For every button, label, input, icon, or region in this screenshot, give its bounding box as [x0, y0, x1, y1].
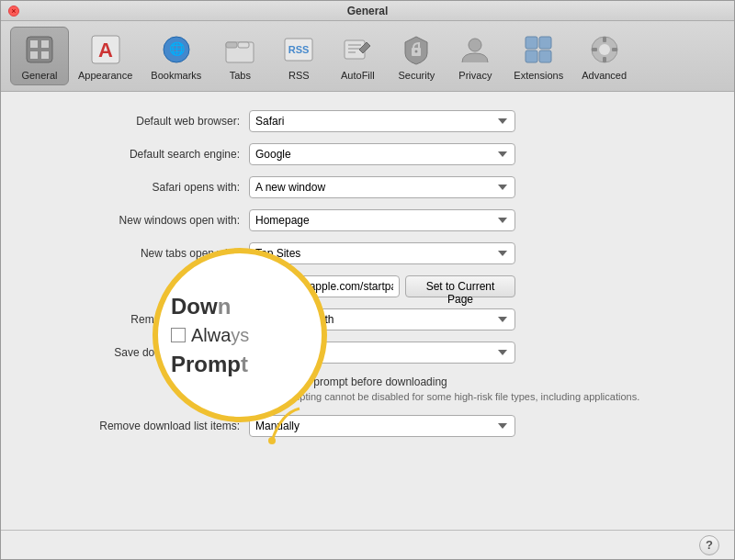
content-area: Default web browser: Safari Default sear…	[1, 92, 734, 530]
new-tabs-select[interactable]: Top Sites	[249, 242, 515, 264]
appearance-label: Appearance	[78, 70, 132, 81]
remove-downloads-select[interactable]: Manually	[249, 415, 515, 437]
homepage-control: http://www.apple.com/startpage/ Set to C…	[249, 275, 515, 297]
new-tabs-label: New tabs open with:	[38, 247, 249, 260]
safari-opens-label: Safari opens with:	[38, 181, 249, 194]
title-bar: × General	[1, 1, 734, 21]
svg-rect-24	[539, 50, 551, 62]
toolbar-item-security[interactable]: Security	[387, 28, 446, 84]
toolbar-item-privacy[interactable]: Privacy	[446, 28, 504, 84]
svg-rect-27	[603, 37, 606, 42]
default-browser-select[interactable]: Safari	[249, 110, 515, 132]
toolbar-item-autofill[interactable]: AutoFill	[328, 28, 387, 84]
toolbar-item-bookmarks[interactable]: 🌐 Bookmarks	[141, 28, 210, 84]
svg-rect-29	[592, 48, 597, 51]
svg-rect-22	[539, 37, 551, 49]
save-downloads-select[interactable]: Downloads	[249, 342, 515, 364]
homepage-label: Homepage:	[38, 280, 249, 293]
toolbar-item-advanced[interactable]: Advanced	[572, 28, 636, 84]
svg-rect-2	[41, 40, 49, 48]
remove-history-row: Remove history items: After one month	[38, 308, 697, 330]
security-label: Security	[398, 70, 435, 81]
save-downloads-row: Save downloaded files to: Downloads	[38, 342, 697, 364]
new-windows-row: New windows open with: Homepage	[38, 209, 697, 231]
svg-rect-30	[612, 48, 617, 51]
rss-icon: RSS	[280, 31, 317, 68]
svg-rect-3	[30, 51, 38, 59]
toolbar: General A Appearance 🌐 Bookmarks	[1, 21, 734, 92]
privacy-label: Privacy	[458, 70, 492, 81]
advanced-label: Advanced	[582, 70, 627, 81]
tabs-icon	[221, 31, 258, 68]
svg-point-20	[469, 39, 481, 51]
extensions-label: Extensions	[514, 70, 563, 81]
safari-opens-control: A new window	[249, 176, 515, 198]
always-prompt-hint: Prompting cannot be disabled for some hi…	[276, 390, 639, 404]
remove-history-control: After one month	[249, 308, 515, 330]
always-prompt-checkbox[interactable]	[258, 376, 270, 388]
homepage-input[interactable]: http://www.apple.com/startpage/	[249, 275, 400, 297]
help-button[interactable]: ?	[699, 535, 719, 555]
always-prompt-row: Always prompt before downloading Prompti…	[38, 375, 697, 404]
new-windows-select[interactable]: Homepage	[249, 209, 515, 231]
svg-text:🌐: 🌐	[168, 41, 185, 57]
extensions-icon	[520, 31, 557, 68]
always-prompt-label: Always prompt before downloading	[276, 375, 447, 388]
remove-downloads-label: Remove download list items:	[38, 420, 249, 432]
default-browser-control: Safari	[249, 110, 515, 132]
autofill-icon	[339, 31, 376, 68]
svg-rect-1	[30, 40, 38, 48]
security-icon	[398, 31, 435, 68]
toolbar-item-general[interactable]: General	[10, 27, 69, 85]
default-search-label: Default search engine:	[38, 148, 249, 161]
svg-text:RSS: RSS	[288, 44, 310, 55]
safari-opens-select[interactable]: A new window	[249, 176, 515, 198]
footer: ?	[1, 530, 734, 559]
new-tabs-control: Top Sites	[249, 242, 515, 264]
svg-rect-10	[226, 42, 237, 48]
svg-point-26	[599, 44, 610, 55]
new-windows-control: Homepage	[249, 209, 515, 231]
default-search-select[interactable]: Google	[249, 143, 515, 165]
svg-rect-21	[526, 37, 537, 49]
general-icon	[21, 31, 58, 68]
toolbar-item-rss[interactable]: RSS RSS	[269, 28, 328, 84]
svg-rect-28	[603, 57, 606, 62]
rss-label: RSS	[288, 70, 310, 81]
appearance-icon: A	[87, 31, 124, 68]
toolbar-item-extensions[interactable]: Extensions	[504, 28, 572, 84]
advanced-icon	[586, 31, 623, 68]
close-button[interactable]: ×	[8, 6, 19, 17]
remove-history-select[interactable]: After one month	[249, 308, 515, 330]
svg-text:A: A	[98, 39, 113, 62]
svg-rect-23	[526, 50, 537, 62]
default-browser-row: Default web browser: Safari	[38, 110, 697, 132]
autofill-label: AutoFill	[341, 70, 375, 81]
default-search-control: Google	[249, 143, 515, 165]
set-to-current-button[interactable]: Set to Current Page	[405, 275, 515, 297]
privacy-icon	[457, 31, 493, 68]
tabs-label: Tabs	[230, 70, 251, 81]
new-tabs-row: New tabs open with: Top Sites	[38, 242, 697, 264]
toolbar-item-appearance[interactable]: A Appearance	[69, 28, 141, 84]
remove-downloads-row: Remove download list items: Manually	[38, 415, 697, 437]
default-browser-label: Default web browser:	[38, 115, 249, 128]
window-title: General	[347, 5, 389, 17]
toolbar-item-tabs[interactable]: Tabs	[210, 28, 269, 84]
window: × General General A	[0, 0, 735, 560]
svg-point-31	[268, 437, 276, 444]
safari-opens-row: Safari opens with: A new window	[38, 176, 697, 198]
svg-rect-11	[238, 42, 249, 48]
default-search-row: Default search engine: Google	[38, 143, 697, 165]
svg-rect-4	[41, 51, 49, 59]
new-windows-label: New windows open with:	[38, 214, 249, 227]
remove-history-label: Remove history items:	[38, 313, 249, 326]
save-downloads-label: Save downloaded files to:	[38, 346, 249, 359]
homepage-row: Homepage: http://www.apple.com/startpage…	[38, 275, 697, 297]
remove-downloads-control: Manually	[249, 415, 515, 437]
bookmarks-label: Bookmarks	[151, 70, 201, 81]
bookmarks-icon: 🌐	[158, 31, 195, 68]
save-downloads-control: Downloads	[249, 342, 515, 364]
svg-point-19	[415, 50, 418, 53]
general-label: General	[21, 70, 57, 81]
